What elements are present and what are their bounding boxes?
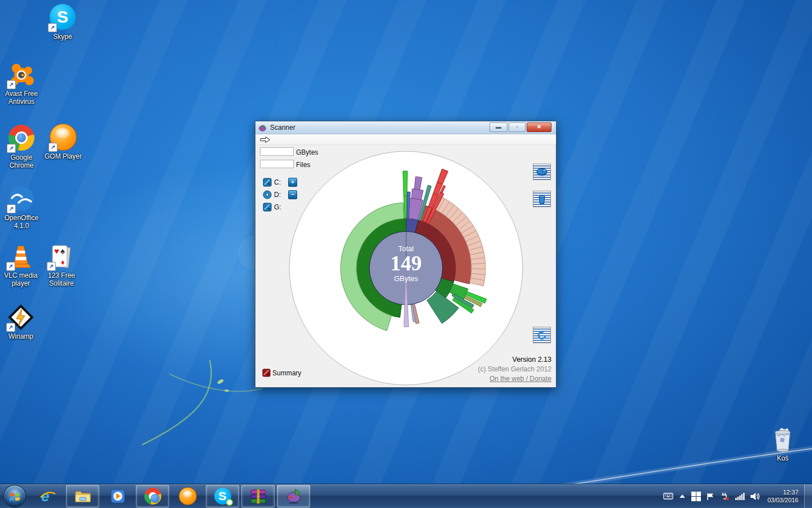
hard-drive-icon xyxy=(263,203,272,212)
shortcut-arrow-icon: ↗ xyxy=(6,262,15,271)
taskbar-item-explorer[interactable] xyxy=(66,485,99,507)
desktop-wallpaper: S ↗ Skype ↗ Avast Free Antivirus ↗ Googl… xyxy=(0,0,812,508)
sunburst-chart[interactable] xyxy=(255,145,555,387)
media-player-icon xyxy=(109,488,126,505)
shortcut-arrow-icon: ↗ xyxy=(48,23,57,32)
desktop-icon-openoffice[interactable]: ↗ OpenOffice 4.1.0 xyxy=(0,185,43,230)
shortcut-arrow-icon: ↗ xyxy=(47,262,56,271)
zoom-in-button[interactable]: + xyxy=(288,178,297,187)
internet-explorer-icon: e xyxy=(39,488,57,505)
about-block: Version 2.13 (c) Steffen Gerlach 2012 On… xyxy=(478,356,551,383)
desktop-icon-label: VLC media player xyxy=(0,271,43,287)
show-desktop-button[interactable] xyxy=(804,484,812,508)
drive-button-d[interactable]: D: xyxy=(263,190,281,199)
desktop-icon-label: Avast Free Antivirus xyxy=(0,90,43,106)
desktop-icon-vlc[interactable]: ↗ VLC media player xyxy=(0,243,43,287)
desktop-icon-label: Koš xyxy=(761,454,805,462)
svg-text:♠: ♠ xyxy=(60,246,65,256)
rescan-arrow-icon[interactable] xyxy=(260,136,271,143)
purple-tier2[interactable] xyxy=(412,189,423,200)
taskbar-item-chrome[interactable] xyxy=(136,485,169,507)
summary-disk-icon xyxy=(262,369,271,377)
gbytes-input[interactable] xyxy=(260,147,294,156)
taskbar-item-wmp[interactable] xyxy=(102,485,134,507)
pie-chart-icon xyxy=(536,168,548,177)
clock-date: 03/03/2016 xyxy=(767,496,798,504)
show-hidden-icons-chevron[interactable] xyxy=(679,494,686,498)
window-toolbar xyxy=(255,134,556,145)
refresh-icon xyxy=(537,330,547,340)
desktop-icon-skype[interactable]: S ↗ Skype xyxy=(41,3,85,41)
action-center-flag-icon[interactable] xyxy=(707,492,714,501)
scanner-app-icon xyxy=(285,488,302,505)
summary-legend[interactable]: Summary xyxy=(262,369,301,377)
windows-flag-icon xyxy=(8,490,21,502)
desktop-icon-label: Skype xyxy=(41,33,85,41)
desktop-icon-label: GOM Player xyxy=(41,152,85,160)
minimize-button[interactable]: ▬ xyxy=(489,122,508,132)
get-windows10-icon[interactable] xyxy=(691,492,701,501)
zoom-out-button[interactable]: − xyxy=(288,190,297,199)
shortcut-arrow-icon: ↗ xyxy=(48,143,58,152)
chrome-icon xyxy=(144,488,161,505)
drive-button-g[interactable]: G: xyxy=(263,203,281,212)
shortcut-arrow-icon: ↗ xyxy=(7,80,16,89)
desktop-icon-gom[interactable]: ↗ GOM Player xyxy=(41,123,85,160)
maximize-button[interactable]: ▫ xyxy=(509,122,526,132)
taskbar-item-skype[interactable]: S xyxy=(206,485,239,507)
taskbar-item-scanner[interactable] xyxy=(277,485,310,507)
desktop-icon-label: Winamp xyxy=(0,332,43,340)
taskbar: e xyxy=(0,484,812,508)
folder-icon xyxy=(74,489,91,503)
desktop-icon-label: 123 Free Solitaire xyxy=(39,271,83,287)
pie-view-button[interactable] xyxy=(533,164,551,180)
drive-label: D: xyxy=(274,191,281,199)
summary-label: Summary xyxy=(272,369,301,377)
svg-text:♥: ♥ xyxy=(54,246,59,256)
system-tray: 12:37 03/03/2016 xyxy=(660,484,812,508)
power-plug-icon[interactable] xyxy=(720,492,730,501)
taskbar-clock[interactable]: 12:37 03/03/2016 xyxy=(767,488,798,504)
svg-text:♦: ♦ xyxy=(61,258,65,266)
start-button[interactable] xyxy=(3,485,26,507)
delete-button[interactable] xyxy=(533,191,551,207)
desktop-icon-label: OpenOffice 4.1.0 xyxy=(0,214,43,230)
desktop-icon-winamp[interactable]: ↗ Winamp xyxy=(0,304,43,340)
taskbar-item-gom[interactable] xyxy=(171,485,204,507)
cd-drive-icon xyxy=(263,190,272,199)
trash-icon xyxy=(537,194,546,204)
shortcut-arrow-icon: ↗ xyxy=(7,144,16,153)
copyright-text: (c) Steffen Gerlach 2012 xyxy=(478,365,551,373)
window-title: Scanner xyxy=(270,124,295,132)
window-client-area: Total 149 GBytes GBytes Files C: + xyxy=(255,145,555,387)
drive-label: C: xyxy=(274,178,281,186)
recycle-bin-icon xyxy=(769,426,796,453)
web-donate-link[interactable]: On the web / Donate xyxy=(478,375,551,383)
version-text: Version 2.13 xyxy=(478,356,551,364)
scanner-app-icon xyxy=(258,124,267,132)
scanner-window: Scanner ▬ ▫ ✕ Total 149 GBytes GBytes Fi… xyxy=(255,121,557,388)
desktop-icon-avast[interactable]: ↗ Avast Free Antivirus xyxy=(0,61,43,106)
files-label: Files xyxy=(296,161,310,169)
shortcut-arrow-icon: ↗ xyxy=(6,323,15,332)
gom-player-icon xyxy=(179,487,197,505)
taskbar-item-winrar[interactable] xyxy=(241,485,275,507)
skype-icon: S xyxy=(214,488,231,505)
gbytes-label: GBytes xyxy=(296,148,318,156)
desktop-icon-recycle-bin[interactable]: Koš xyxy=(761,426,805,462)
drive-button-c[interactable]: C: xyxy=(263,178,281,187)
files-input[interactable] xyxy=(260,160,294,168)
desktop-icon-solitaire[interactable]: ♥ ♠ ♦ ↗ 123 Free Solitaire xyxy=(39,243,83,287)
desktop-icon-chrome[interactable]: ↗ Google Chrome xyxy=(0,124,43,169)
volume-icon[interactable] xyxy=(751,492,760,501)
hard-drive-icon xyxy=(263,178,272,187)
close-button[interactable]: ✕ xyxy=(527,122,551,132)
title-bar[interactable]: Scanner ▬ ▫ ✕ xyxy=(255,121,556,134)
drive-label: G: xyxy=(274,203,281,211)
refresh-button[interactable] xyxy=(533,327,551,343)
touch-keyboard-icon[interactable] xyxy=(663,492,673,500)
shortcut-arrow-icon: ↗ xyxy=(7,204,16,213)
taskbar-item-ie[interactable]: e xyxy=(32,485,64,507)
network-signal-icon[interactable] xyxy=(735,492,745,500)
winrar-books-icon xyxy=(250,488,267,504)
